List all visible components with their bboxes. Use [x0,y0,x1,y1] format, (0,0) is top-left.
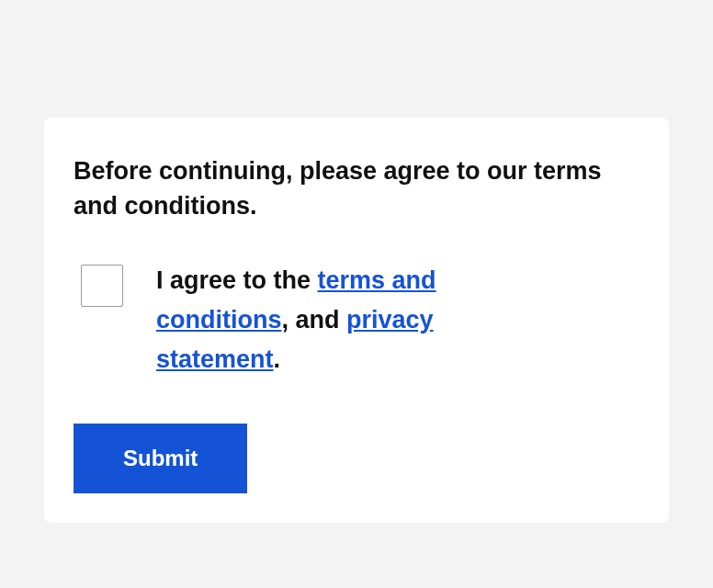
agree-separator: , and [282,306,347,334]
intro-text: Before continuing, please agree to our t… [74,154,639,224]
agree-checkbox[interactable] [81,265,123,307]
agree-prefix: I agree to the [156,266,318,294]
agree-label: I agree to the terms and conditions, and… [156,261,542,380]
agree-checkbox-row: I agree to the terms and conditions, and… [74,261,639,380]
agree-suffix: . [274,345,281,373]
submit-button[interactable]: Submit [74,424,247,493]
terms-card: Before continuing, please agree to our t… [44,118,669,523]
